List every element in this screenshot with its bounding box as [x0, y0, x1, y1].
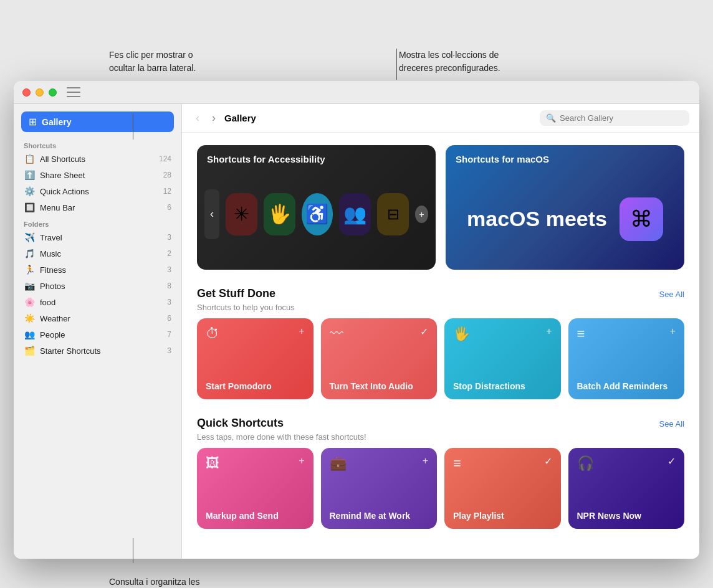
sidebar-item-food[interactable]: 🌸 food 3 [14, 294, 181, 310]
sidebar-section-shortcuts: Shortcuts [14, 137, 181, 151]
stop-label: Stop Distractions [453, 381, 552, 392]
reminders-action: + [670, 326, 676, 337]
card-markup-send[interactable]: 🖼 + Markup and Send [197, 448, 313, 529]
card-stop-distractions[interactable]: 🖐 + Stop Distractions [444, 318, 561, 399]
card-turn-text-audio[interactable]: 〰 ✓ Turn Text Into Audio [321, 318, 438, 399]
food-label: food [40, 298, 162, 307]
sidebar-item-photos[interactable]: 📷 Photos 8 [14, 278, 181, 294]
audio-action: ✓ [420, 326, 428, 338]
minimize-button[interactable] [36, 88, 44, 97]
card-start-pomodoro[interactable]: ⏱ + Start Pomodoro [197, 318, 313, 399]
sidebar-item-music[interactable]: 🎵 Music 2 [14, 245, 181, 262]
titlebar [14, 81, 699, 104]
card-play-playlist[interactable]: ≡ ✓ Play Playlist [444, 448, 561, 529]
share-sheet-icon: ⬆️ [24, 170, 35, 180]
maximize-button[interactable] [49, 88, 57, 97]
fitness-count: 3 [167, 265, 171, 274]
stop-icon: 🖐 [453, 326, 470, 342]
audio-label: Turn Text Into Audio [330, 381, 429, 392]
music-icon: 🎵 [24, 249, 35, 258]
sidebar-item-quick-actions[interactable]: ⚙️ Quick Actions 12 [14, 183, 181, 199]
menu-bar-icon: 🔲 [24, 202, 35, 212]
sidebar-toggle-line [67, 87, 80, 88]
card-remind-work[interactable]: 💼 + Remind Me at Work [321, 448, 438, 529]
accessibility-title: Shortcuts for Accessibility [197, 145, 436, 168]
sidebar-item-menu-bar[interactable]: 🔲 Menu Bar 6 [14, 199, 181, 216]
travel-icon: ✈️ [24, 232, 35, 242]
quick-shortcuts-title: Quick Shortcuts [197, 417, 284, 430]
search-box: 🔍 [540, 110, 689, 126]
quick-actions-count: 12 [163, 187, 171, 196]
see-all-get-stuff-done[interactable]: See All [659, 290, 684, 299]
hero-cards-row: Shortcuts for Accessibility ‹ ✳ 🖐 ♿ 👥 ⊟ [197, 145, 684, 270]
annotation-bottom: Consulta i organitza les dreceres a la b… [109, 576, 211, 588]
quick-actions-label: Quick Actions [40, 187, 158, 196]
card-stop-distractions-header: 🖐 + [453, 326, 552, 342]
sidebar-section-folders: Folders [14, 216, 181, 229]
pomodoro-action: + [299, 326, 304, 337]
card-npr-news[interactable]: 🎧 ✓ NPR News Now [568, 448, 685, 529]
markup-action: + [299, 455, 304, 467]
accessibility-prev-btn[interactable]: ‹ [204, 189, 219, 239]
pomodoro-icon: ⏱ [206, 326, 219, 342]
playlist-icon: ≡ [453, 455, 461, 472]
sidebar-item-travel[interactable]: ✈️ Travel 3 [14, 229, 181, 245]
app-window: ⊞ Gallery Shortcuts 📋 All Shortcuts 124 … [14, 81, 699, 559]
markup-icon: 🖼 [206, 455, 219, 472]
card-npr-news-header: 🎧 ✓ [577, 455, 676, 472]
playlist-action: ✓ [544, 455, 552, 467]
remind-action: + [423, 455, 428, 467]
content-toolbar: ‹ › Gallery 🔍 [182, 104, 699, 133]
gallery-icon: ⊞ [29, 116, 37, 128]
shortcuts-app-icon: ⌘ [620, 197, 663, 241]
back-button[interactable]: ‹ [192, 110, 203, 126]
stop-action: + [546, 326, 552, 337]
markup-label: Markup and Send [206, 510, 305, 521]
sidebar-item-weather[interactable]: ☀️ Weather 6 [14, 310, 181, 326]
gallery-label: Gallery [42, 117, 71, 127]
music-count: 2 [167, 249, 171, 258]
accessibility-icons-row: ‹ ✳ 🖐 ♿ 👥 ⊟ + [197, 168, 436, 270]
card-play-playlist-header: ≡ ✓ [453, 455, 552, 472]
reminders-label: Batch Add Reminders [577, 381, 676, 392]
starter-shortcuts-icon: 🗂️ [24, 346, 35, 356]
hero-card-macos[interactable]: Shortcuts for macOS macOS meets ⌘ [446, 145, 684, 270]
close-button[interactable] [22, 88, 31, 97]
npr-label: NPR News Now [577, 510, 676, 521]
npr-action: ✓ [668, 455, 676, 467]
remind-label: Remind Me at Work [330, 510, 429, 521]
weather-icon: ☀️ [24, 313, 35, 323]
card-batch-reminders[interactable]: ≡ + Batch Add Reminders [568, 318, 685, 399]
sidebar-toggle-line [67, 96, 80, 97]
accessibility-icon-hand: 🖐 [264, 193, 295, 235]
sidebar-item-people[interactable]: 👥 People 7 [14, 326, 181, 343]
all-shortcuts-label: All Shortcuts [40, 154, 154, 164]
page-title: Gallery [224, 113, 256, 123]
forward-button[interactable]: › [208, 110, 219, 126]
sidebar-item-gallery[interactable]: ⊞ Gallery [21, 111, 174, 132]
all-shortcuts-count: 124 [159, 154, 171, 163]
hero-card-accessibility[interactable]: Shortcuts for Accessibility ‹ ✳ 🖐 ♿ 👥 ⊟ [197, 145, 436, 270]
macos-content: macOS meets ⌘ [446, 168, 684, 270]
sidebar-item-starter-shortcuts[interactable]: 🗂️ Starter Shortcuts 3 [14, 343, 181, 359]
see-all-quick-shortcuts[interactable]: See All [659, 419, 684, 429]
quick-shortcuts-subtitle: Less taps, more done with these fast sho… [197, 432, 684, 442]
accessibility-icon-people: 👥 [339, 193, 371, 235]
food-count: 3 [167, 298, 171, 306]
section-header-quick-shortcuts: Quick Shortcuts See All [197, 417, 684, 430]
accessibility-more-btn[interactable]: + [415, 206, 428, 223]
all-shortcuts-icon: 📋 [24, 154, 35, 164]
sidebar-item-all-shortcuts[interactable]: 📋 All Shortcuts 124 [14, 151, 181, 167]
get-stuff-done-title: Get Stuff Done [197, 287, 275, 300]
sidebar-toggle-button[interactable] [67, 87, 80, 97]
card-remind-work-header: 💼 + [330, 455, 429, 472]
starter-shortcuts-count: 3 [167, 346, 171, 355]
share-sheet-count: 28 [163, 171, 171, 179]
card-turn-text-audio-header: 〰 ✓ [330, 326, 429, 342]
content-area: ‹ › Gallery 🔍 Shortcuts for Ac [182, 104, 699, 559]
get-stuff-done-subtitle: Shortcuts to help you focus [197, 303, 684, 312]
sidebar-item-share-sheet[interactable]: ⬆️ Share Sheet 28 [14, 167, 181, 183]
search-input[interactable] [560, 113, 683, 123]
accessibility-icon-sliders: ⊟ [377, 193, 409, 235]
sidebar-item-fitness[interactable]: 🏃 Fitness 3 [14, 262, 181, 278]
